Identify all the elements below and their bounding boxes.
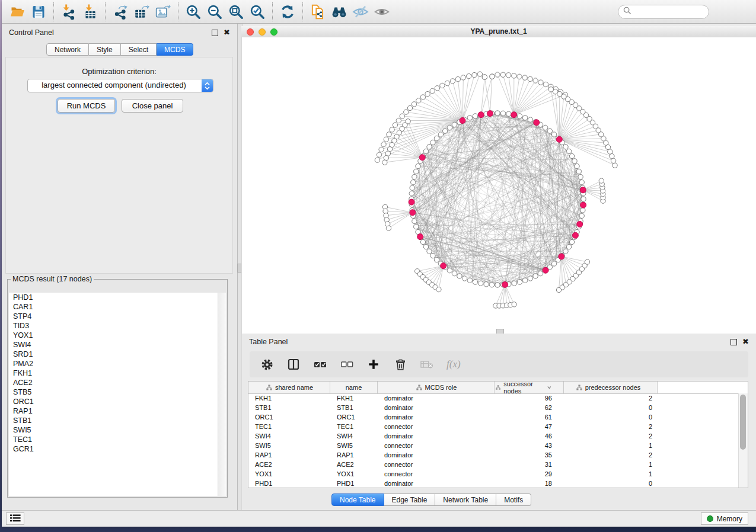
network-node[interactable] <box>500 72 505 77</box>
mcds-hub-node[interactable] <box>543 267 548 273</box>
network-node[interactable] <box>563 249 568 254</box>
network-node[interactable] <box>548 87 553 92</box>
mcds-result-item[interactable]: TEC1 <box>9 435 226 444</box>
network-node[interactable] <box>461 75 465 80</box>
table-row[interactable]: SWI4SWI4dominator462 <box>248 431 739 441</box>
network-node[interactable] <box>396 118 401 123</box>
export-image-button[interactable] <box>152 2 174 22</box>
network-node[interactable] <box>506 111 511 116</box>
network-node[interactable] <box>414 224 419 229</box>
task-history-button[interactable] <box>6 512 24 525</box>
network-node[interactable] <box>551 132 556 137</box>
column-header-shared-name[interactable]: shared name <box>248 382 330 393</box>
table-row[interactable]: STB1STB1dominator620 <box>248 403 739 412</box>
mcds-result-item[interactable]: SWI4 <box>9 340 226 350</box>
mcds-hub-node[interactable] <box>511 112 517 118</box>
network-node[interactable] <box>457 274 462 278</box>
tab-network[interactable]: Network <box>46 43 89 56</box>
column-header-name[interactable]: name <box>330 382 378 393</box>
network-node[interactable] <box>579 180 584 185</box>
network-node[interactable] <box>400 114 404 118</box>
network-node[interactable] <box>547 129 552 133</box>
network-node[interactable] <box>489 283 494 287</box>
network-node[interactable] <box>572 159 577 164</box>
network-node[interactable] <box>517 280 522 284</box>
network-node[interactable] <box>386 226 391 230</box>
save-session-button[interactable] <box>28 2 49 22</box>
table-row[interactable]: YOX1YOX1connector291 <box>248 469 739 479</box>
network-node[interactable] <box>472 72 477 77</box>
network-node[interactable] <box>576 169 581 174</box>
show-all-button[interactable] <box>371 2 393 22</box>
mcds-result-item[interactable]: TID3 <box>9 321 226 331</box>
mcds-hub-node[interactable] <box>559 254 564 259</box>
network-node[interactable] <box>512 73 516 78</box>
mcds-result-item[interactable]: ACE2 <box>9 378 226 387</box>
network-node[interactable] <box>538 80 543 85</box>
network-node[interactable] <box>425 91 430 96</box>
mcds-hub-node[interactable] <box>502 281 508 287</box>
copy-network-button[interactable] <box>307 2 328 22</box>
network-canvas[interactable] <box>241 37 756 334</box>
network-node[interactable] <box>404 110 409 114</box>
network-node[interactable] <box>517 114 522 118</box>
network-node[interactable] <box>420 95 425 100</box>
table-row[interactable]: SWI5SWI5connector431 <box>248 441 739 450</box>
network-node[interactable] <box>569 239 574 244</box>
network-node[interactable] <box>533 274 538 278</box>
network-node[interactable] <box>436 287 441 291</box>
network-node[interactable] <box>563 145 568 149</box>
mcds-hub-node[interactable] <box>534 120 540 126</box>
table-scrollbar[interactable] <box>738 393 748 488</box>
mcds-result-item[interactable]: SRD1 <box>9 350 226 359</box>
network-node[interactable] <box>506 73 511 78</box>
mcds-hub-node[interactable] <box>487 111 493 117</box>
network-node[interactable] <box>427 249 432 254</box>
table-row[interactable]: TEC1TEC1connector472 <box>248 422 739 431</box>
network-node[interactable] <box>543 125 547 130</box>
network-node[interactable] <box>382 160 387 165</box>
network-node[interactable] <box>528 276 532 281</box>
network-node[interactable] <box>477 72 482 76</box>
network-node[interactable] <box>434 257 439 262</box>
table-row[interactable]: PHD1PHD1dominator180 <box>248 479 739 488</box>
close-table-panel-icon[interactable]: ✖ <box>742 339 749 345</box>
column-header-predecessor-nodes[interactable]: predecessor nodes <box>564 382 658 393</box>
mcds-hub-node[interactable] <box>410 210 416 216</box>
network-node[interactable] <box>434 136 439 140</box>
network-node[interactable] <box>462 276 467 281</box>
network-node[interactable] <box>500 111 505 116</box>
network-node[interactable] <box>551 261 556 266</box>
delete-column-icon[interactable] <box>393 357 407 371</box>
network-node[interactable] <box>416 164 420 168</box>
network-search-field[interactable] <box>618 5 709 19</box>
network-node[interactable] <box>495 111 500 116</box>
open-file-button[interactable] <box>7 2 28 22</box>
search-network-button[interactable] <box>328 2 350 22</box>
hide-selected-button[interactable] <box>350 2 371 22</box>
network-node[interactable] <box>479 281 483 286</box>
network-node[interactable] <box>447 268 452 273</box>
network-node[interactable] <box>599 178 604 183</box>
network-node[interactable] <box>420 239 425 244</box>
network-node[interactable] <box>416 98 421 103</box>
network-node[interactable] <box>575 164 579 168</box>
mcds-result-item[interactable]: PHD1 <box>9 293 226 302</box>
network-node[interactable] <box>533 78 538 83</box>
network-node[interactable] <box>390 127 394 132</box>
network-node[interactable] <box>412 174 417 179</box>
mcds-result-item[interactable]: YOX1 <box>9 331 226 340</box>
column-header-MCDS-role[interactable]: MCDS role <box>378 382 495 393</box>
network-node[interactable] <box>430 88 435 93</box>
network-node[interactable] <box>452 122 457 127</box>
network-node[interactable] <box>522 116 527 120</box>
mcds-hub-node[interactable] <box>580 202 586 208</box>
gear-icon[interactable] <box>260 357 274 371</box>
add-column-icon[interactable] <box>366 357 381 371</box>
network-node[interactable] <box>528 117 532 122</box>
network-node[interactable] <box>414 169 419 174</box>
network-node[interactable] <box>440 83 445 88</box>
network-node[interactable] <box>412 219 417 223</box>
mcds-result-item[interactable]: SWI5 <box>9 425 226 435</box>
network-node[interactable] <box>467 116 472 120</box>
